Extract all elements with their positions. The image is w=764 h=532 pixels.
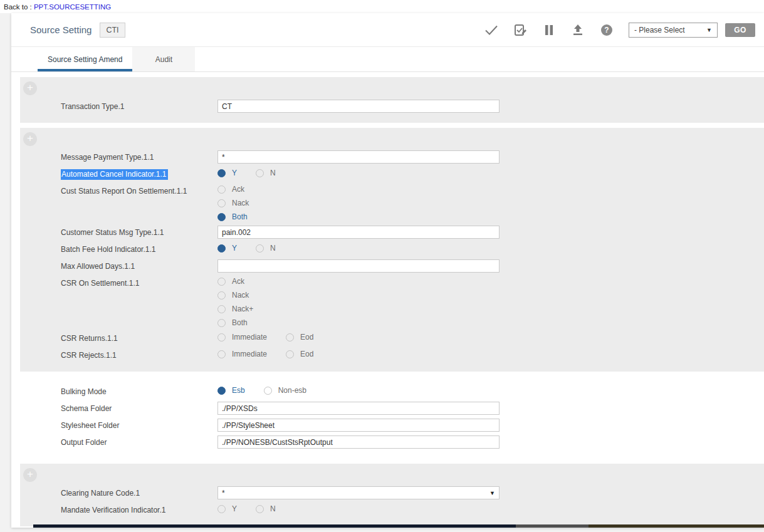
radio-option-n[interactable]: N bbox=[256, 504, 276, 513]
radio-option-n[interactable]: N bbox=[256, 169, 276, 177]
radio-option-n[interactable]: N bbox=[256, 244, 276, 253]
radio-button-icon[interactable] bbox=[256, 244, 264, 253]
radio-option-immediate[interactable]: Immediate bbox=[217, 350, 267, 358]
tab-source-setting-amend[interactable]: Source Setting Amend bbox=[38, 47, 132, 71]
radio-button-icon[interactable] bbox=[217, 169, 226, 177]
field-label-bulking-mode: Bulking Mode bbox=[61, 383, 217, 396]
select-value: * bbox=[222, 489, 225, 498]
field-input-message-payment-type-1-1[interactable] bbox=[217, 150, 500, 164]
radio-button-icon[interactable] bbox=[217, 305, 226, 313]
field-label-csr-on-settlement-1-1: CSR On Settlement.1.1 bbox=[61, 274, 217, 288]
form-row: Batch Fee Hold Indicator.1.1YN bbox=[20, 241, 764, 258]
radio-button-icon[interactable] bbox=[256, 169, 264, 177]
radio-option-esb[interactable]: Esb bbox=[217, 386, 245, 395]
radio-option-y[interactable]: Y bbox=[217, 169, 237, 177]
radio-option-immediate[interactable]: Immediate bbox=[217, 333, 267, 342]
field-label-customer-status-msg-type-1-1: Customer Status Msg Type.1.1 bbox=[61, 224, 217, 237]
add-multivalue-icon[interactable]: + bbox=[23, 81, 37, 95]
radio-option-non-esb[interactable]: Non-esb bbox=[264, 386, 306, 395]
radio-button-icon[interactable] bbox=[286, 333, 294, 342]
tab-bar: Source Setting Amend Audit bbox=[11, 47, 764, 72]
radio-label: Nack bbox=[232, 199, 249, 207]
radio-option-ack[interactable]: Ack bbox=[217, 274, 253, 288]
field-input-customer-status-msg-type-1-1[interactable] bbox=[217, 226, 500, 239]
form-row: CSR On Settlement.1.1AckNackNack+Both bbox=[20, 274, 764, 330]
field-label-automated-cancel-indicator-1-1: Automated Cancel Indicator.1.1 bbox=[61, 165, 217, 179]
radio-option-nack[interactable]: Nack bbox=[217, 196, 249, 210]
add-multivalue-icon[interactable]: + bbox=[23, 132, 37, 146]
radio-option-both[interactable]: Both bbox=[217, 316, 253, 330]
field-label-clearing-nature-code-1: Clearing Nature Code.1 bbox=[61, 484, 217, 498]
radio-group-mandate-verification-indicator-1: YN bbox=[217, 501, 295, 513]
radio-option-y[interactable]: Y bbox=[217, 504, 237, 513]
radio-label: Esb bbox=[232, 386, 245, 395]
go-button[interactable]: GO bbox=[725, 23, 755, 37]
radio-button-icon[interactable] bbox=[217, 350, 226, 358]
help-icon[interactable]: ? bbox=[600, 23, 614, 37]
validate-icon[interactable] bbox=[513, 23, 527, 37]
radio-button-icon[interactable] bbox=[217, 199, 226, 207]
radio-option-nack[interactable]: Nack bbox=[217, 288, 253, 302]
radio-button-icon[interactable] bbox=[217, 213, 226, 221]
radio-button-icon[interactable] bbox=[217, 319, 226, 327]
radio-group-csr-on-settlement-1-1: AckNackNack+Both bbox=[217, 274, 253, 330]
action-select[interactable]: - Please Select ▼ bbox=[629, 23, 718, 38]
radio-button-icon[interactable] bbox=[256, 505, 264, 513]
radio-button-icon[interactable] bbox=[217, 387, 226, 395]
page-title: Source Setting bbox=[30, 24, 92, 35]
action-select-value: - Please Select bbox=[634, 26, 685, 34]
radio-label: Ack bbox=[232, 185, 244, 194]
form-row: Output Folder bbox=[20, 434, 764, 451]
radio-group-csr-returns-1-1: ImmediateEod bbox=[217, 330, 332, 342]
form-row: Customer Status Msg Type.1.1 bbox=[20, 224, 764, 241]
hold-icon[interactable] bbox=[542, 23, 556, 37]
field-label-output-folder: Output Folder bbox=[61, 434, 217, 447]
radio-group-cust-status-report-on-settlement-1-1: AckNackBoth bbox=[217, 182, 249, 224]
back-link[interactable]: PPT.SOURCESETTING bbox=[34, 3, 111, 11]
radio-button-icon[interactable] bbox=[217, 278, 226, 286]
field-select-clearing-nature-code-1[interactable]: *▼ bbox=[217, 486, 500, 499]
radio-button-icon[interactable] bbox=[264, 387, 272, 395]
add-multivalue-icon[interactable]: + bbox=[23, 468, 37, 482]
field-label-csr-returns-1-1: CSR Returns.1.1 bbox=[61, 330, 217, 343]
radio-option-ack[interactable]: Ack bbox=[217, 182, 249, 196]
radio-group-csr-rejects-1-1: ImmediateEod bbox=[217, 347, 332, 358]
form-section: +Transaction Type.1 bbox=[20, 77, 764, 123]
radio-option-y[interactable]: Y bbox=[217, 244, 237, 253]
radio-button-icon[interactable] bbox=[217, 244, 226, 253]
field-input-stylesheet-folder[interactable] bbox=[217, 419, 500, 432]
form-row: Stylesheet Folder bbox=[20, 417, 764, 434]
radio-option-eod[interactable]: Eod bbox=[286, 333, 313, 342]
radio-option-nack[interactable]: Nack+ bbox=[217, 302, 253, 316]
radio-label: Y bbox=[232, 244, 237, 253]
radio-label: N bbox=[270, 244, 276, 253]
form-row: Message Payment Type.1.1 bbox=[20, 149, 764, 165]
radio-label: Both bbox=[232, 212, 248, 221]
radio-label: Immediate bbox=[232, 333, 267, 342]
tab-audit[interactable]: Audit bbox=[132, 47, 195, 71]
horizontal-scrollbar[interactable] bbox=[33, 524, 764, 528]
form-row: Automated Cancel Indicator.1.1YN bbox=[20, 165, 764, 182]
field-input-output-folder[interactable] bbox=[217, 436, 500, 449]
radio-option-both[interactable]: Both bbox=[217, 210, 249, 224]
radio-button-icon[interactable] bbox=[217, 185, 226, 194]
radio-button-icon[interactable] bbox=[217, 505, 226, 513]
radio-label: Nack+ bbox=[232, 305, 253, 313]
radio-button-icon[interactable] bbox=[217, 333, 226, 342]
radio-option-eod[interactable]: Eod bbox=[286, 350, 313, 358]
field-label-transaction-type-1: Transaction Type.1 bbox=[61, 98, 217, 111]
field-input-schema-folder[interactable] bbox=[217, 402, 500, 415]
radio-label: Eod bbox=[300, 333, 313, 342]
radio-button-icon[interactable] bbox=[286, 350, 294, 358]
field-input-transaction-type-1[interactable] bbox=[217, 100, 500, 113]
radio-label: Y bbox=[232, 504, 237, 513]
form-section: +Clearing Nature Code.1*▼Mandate Verific… bbox=[20, 464, 764, 526]
commit-icon[interactable] bbox=[484, 23, 498, 37]
record-header: Source Setting CTI bbox=[11, 13, 764, 47]
radio-button-icon[interactable] bbox=[217, 291, 226, 300]
form-section: Bulking ModeEsbNon-esbSchema FolderStyle… bbox=[20, 377, 764, 459]
field-label-stylesheet-folder: Stylesheet Folder bbox=[61, 417, 217, 430]
back-label: Back to : bbox=[4, 3, 32, 11]
field-input-max-allowed-days-1-1[interactable] bbox=[217, 259, 500, 273]
upload-icon[interactable] bbox=[571, 23, 585, 37]
